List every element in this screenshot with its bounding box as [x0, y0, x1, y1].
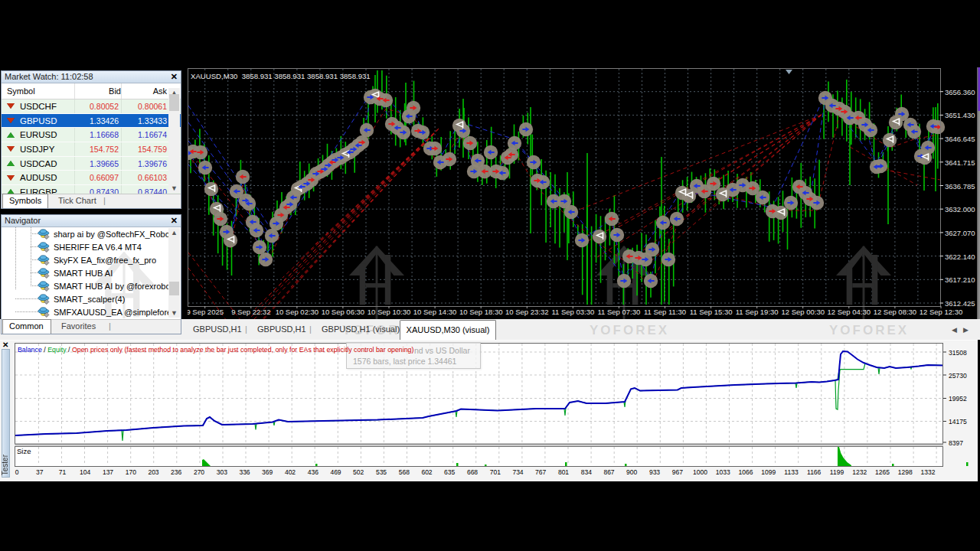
- svg-text:3622.140: 3622.140: [945, 253, 975, 261]
- svg-text:1033: 1033: [716, 468, 730, 476]
- svg-text:900: 900: [626, 468, 637, 476]
- svg-text:10 Sep 10:30: 10 Sep 10:30: [368, 308, 411, 316]
- svg-text:XAUUSD,M30 3858.931 3858.931: XAUUSD,M30 3858.931 3858.931 3858.931 38…: [191, 72, 371, 80]
- svg-text:436: 436: [308, 468, 318, 476]
- svg-text:3651.430: 3651.430: [945, 111, 975, 119]
- svg-text:11 Sep 15:30: 11 Sep 15:30: [690, 308, 733, 316]
- svg-text:469: 469: [330, 468, 341, 476]
- svg-text:734: 734: [512, 468, 523, 476]
- svg-text:3632.000: 3632.000: [945, 205, 975, 214]
- svg-text:668: 668: [467, 468, 478, 476]
- svg-text:303: 303: [217, 468, 227, 476]
- svg-text:37: 37: [36, 468, 44, 476]
- svg-text:14175: 14175: [949, 418, 967, 425]
- svg-text:3656.360: 3656.360: [945, 88, 975, 96]
- svg-text:1332: 1332: [921, 468, 936, 476]
- svg-text:1199: 1199: [830, 468, 844, 476]
- svg-text:12 Sep 08:30: 12 Sep 08:30: [874, 308, 917, 316]
- svg-text:9 Sep 2025: 9 Sep 2025: [188, 308, 224, 316]
- svg-text:867: 867: [603, 468, 614, 476]
- svg-text:10 Sep 23:32: 10 Sep 23:32: [505, 308, 549, 316]
- svg-text:11 Sep 11:30: 11 Sep 11:30: [644, 308, 686, 316]
- svg-text:71: 71: [59, 468, 67, 476]
- svg-text:11 Sep 03:30: 11 Sep 03:30: [551, 308, 594, 316]
- svg-text:402: 402: [285, 468, 296, 476]
- svg-text:3646.645: 3646.645: [945, 135, 975, 143]
- svg-text:369: 369: [262, 468, 273, 476]
- svg-text:1066: 1066: [739, 468, 753, 476]
- svg-text:1232: 1232: [852, 468, 867, 476]
- svg-text:25730: 25730: [949, 372, 967, 380]
- svg-text:3636.785: 3636.785: [945, 182, 975, 191]
- svg-text:Size: Size: [17, 447, 31, 455]
- svg-text:933: 933: [649, 468, 660, 476]
- svg-text:1133: 1133: [784, 468, 799, 476]
- svg-text:3627.070: 3627.070: [945, 229, 975, 237]
- svg-text:3641.715: 3641.715: [945, 158, 975, 167]
- svg-text:19952: 19952: [949, 395, 967, 403]
- svg-text:967: 967: [672, 468, 683, 476]
- svg-text:602: 602: [421, 468, 432, 476]
- svg-text:12 Sep 00:30: 12 Sep 00:30: [781, 308, 825, 316]
- svg-text:535: 535: [376, 468, 387, 476]
- svg-text:701: 701: [490, 468, 501, 476]
- svg-text:1265: 1265: [875, 468, 890, 476]
- svg-text:3612.425: 3612.425: [945, 299, 975, 308]
- svg-text:336: 336: [239, 468, 250, 476]
- svg-text:3617.210: 3617.210: [945, 276, 975, 284]
- svg-text:137: 137: [103, 468, 113, 476]
- svg-text:203: 203: [148, 468, 158, 476]
- svg-text:1000: 1000: [693, 468, 707, 476]
- svg-text:1166: 1166: [807, 468, 822, 476]
- svg-text:1099: 1099: [761, 468, 776, 476]
- svg-text:10 Sep 14:30: 10 Sep 14:30: [413, 308, 457, 316]
- svg-text:801: 801: [558, 468, 569, 476]
- svg-text:568: 568: [399, 468, 410, 476]
- svg-text:502: 502: [353, 468, 364, 476]
- svg-text:11 Sep 07:30: 11 Sep 07:30: [597, 308, 640, 316]
- svg-text:270: 270: [194, 468, 204, 476]
- svg-text:10 Sep 06:30: 10 Sep 06:30: [322, 308, 365, 316]
- svg-text:10 Sep 18:30: 10 Sep 18:30: [459, 308, 503, 316]
- svg-text:31508: 31508: [949, 349, 967, 357]
- svg-text:10 Sep 02:30: 10 Sep 02:30: [276, 308, 319, 316]
- svg-text:12 Sep 04:30: 12 Sep 04:30: [828, 308, 871, 316]
- svg-text:9 Sep 22:32: 9 Sep 22:32: [231, 308, 270, 316]
- svg-text:0: 0: [15, 468, 19, 476]
- svg-text:1298: 1298: [898, 468, 913, 476]
- svg-text:767: 767: [535, 468, 546, 476]
- svg-text:834: 834: [581, 468, 592, 476]
- svg-text:11 Sep 19:30: 11 Sep 19:30: [736, 308, 779, 316]
- svg-text:104: 104: [80, 468, 90, 476]
- svg-text:635: 635: [444, 468, 455, 476]
- svg-text:170: 170: [126, 468, 136, 476]
- svg-text:8397: 8397: [949, 439, 963, 447]
- svg-text:236: 236: [171, 468, 181, 476]
- svg-text:12 Sep 12:30: 12 Sep 12:30: [920, 308, 963, 316]
